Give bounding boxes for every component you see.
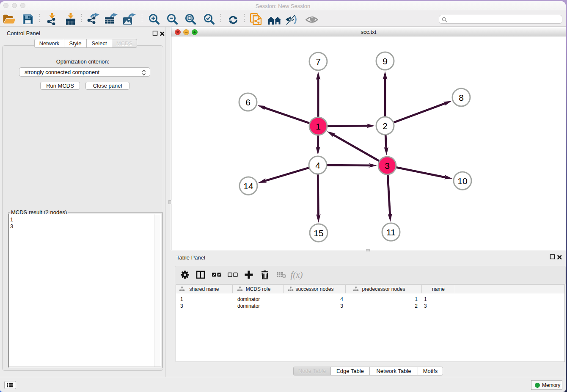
- svg-text:4: 4: [315, 160, 320, 170]
- svg-text:3: 3: [385, 161, 390, 171]
- svg-text:f(x): f(x): [290, 270, 303, 280]
- svg-text:1: 1: [316, 121, 321, 131]
- svg-text:2: 2: [383, 121, 388, 131]
- svg-text:7: 7: [316, 57, 321, 66]
- svg-text:11: 11: [386, 227, 396, 237]
- svg-text:8: 8: [459, 93, 464, 102]
- svg-text:9: 9: [383, 56, 388, 66]
- svg-text:6: 6: [245, 97, 250, 107]
- svg-text:14: 14: [243, 181, 253, 191]
- svg-text:15: 15: [314, 228, 323, 238]
- svg-text:10: 10: [457, 176, 467, 186]
